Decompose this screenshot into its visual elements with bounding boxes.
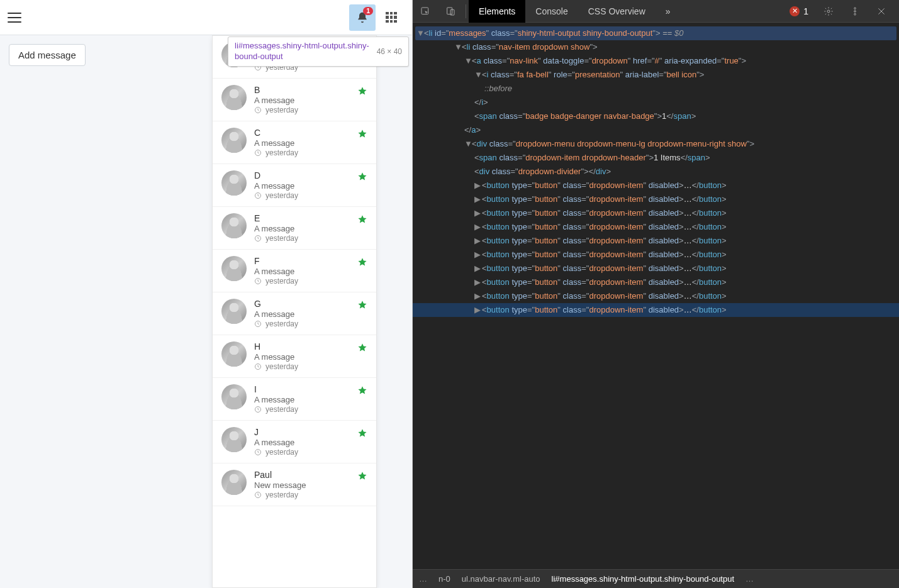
dom-node[interactable]: <span class="badge badge-danger navbar-b…: [413, 109, 899, 123]
crumb-n0[interactable]: n-0: [438, 574, 450, 584]
dom-node[interactable]: ▶<button type="button" class="dropdown-i…: [413, 289, 899, 303]
avatar: [221, 85, 247, 110]
dom-node[interactable]: ▼<li class="nav-item dropdown show">: [413, 40, 899, 54]
messages-dropdown[interactable]: AA messageyesterdayBA messageyesterdayCA…: [212, 35, 377, 588]
message-item[interactable]: BA messageyesterday: [213, 79, 376, 121]
hamburger-icon[interactable]: [8, 13, 21, 23]
message-info: BA messageyesterday: [254, 85, 357, 114]
clock-icon: [254, 363, 262, 370]
tooltip-selector: li#messages.shiny-html-output.shiny-boun…: [235, 41, 372, 62]
message-item[interactable]: GA messageyesterday: [213, 292, 376, 335]
message-info: DA messageyesterday: [254, 170, 357, 200]
dom-node[interactable]: ▶<button type="button" class="dropdown-i…: [413, 234, 899, 248]
message-item[interactable]: DA messageyesterday: [213, 164, 376, 207]
avatar: [221, 128, 247, 153]
star-button[interactable]: [357, 343, 367, 353]
settings-icon[interactable]: [816, 0, 841, 23]
message-info: JA messageyesterday: [254, 427, 357, 457]
star-icon: [357, 300, 367, 310]
message-item[interactable]: PaulNew messageyesterday: [213, 463, 376, 506]
message-time: yesterday: [254, 277, 357, 286]
kebab-icon[interactable]: [842, 0, 868, 23]
dom-node[interactable]: ▶<button type="button" class="dropdown-i…: [413, 303, 899, 317]
navbar-right: 1: [349, 4, 405, 31]
star-button[interactable]: [357, 471, 367, 481]
star-button[interactable]: [357, 172, 367, 182]
star-button[interactable]: [357, 300, 367, 310]
message-text: A message: [254, 438, 357, 447]
message-item[interactable]: JA messageyesterday: [213, 421, 376, 463]
error-badge-icon[interactable]: ✕: [790, 6, 800, 16]
tab-console[interactable]: Console: [525, 0, 578, 23]
tab-css-overview[interactable]: CSS Overview: [578, 0, 656, 23]
star-button[interactable]: [357, 257, 367, 267]
message-text: A message: [254, 267, 357, 276]
star-button[interactable]: [357, 129, 367, 139]
dom-node[interactable]: ::before: [413, 82, 899, 96]
dom-node[interactable]: ▼<a class="nav-link" data-toggle="dropdo…: [413, 54, 899, 68]
notification-badge: 1: [363, 7, 373, 15]
crumb-li-messages[interactable]: li#messages.shiny-html-output.shiny-boun…: [552, 574, 735, 584]
dom-node[interactable]: ▶<button type="button" class="dropdown-i…: [413, 179, 899, 192]
add-message-button[interactable]: Add message: [9, 44, 86, 66]
svg-rect-12: [447, 8, 452, 14]
notifications-button[interactable]: 1: [349, 4, 376, 31]
dom-node[interactable]: ▶<button type="button" class="dropdown-i…: [413, 248, 899, 262]
message-item[interactable]: IA messageyesterday: [213, 378, 376, 421]
star-button[interactable]: [357, 86, 367, 96]
message-text: A message: [254, 352, 357, 362]
message-text: A message: [254, 181, 357, 191]
dom-node[interactable]: ▶<button type="button" class="dropdown-i…: [413, 206, 899, 220]
message-sender: Paul: [254, 470, 357, 480]
dom-node[interactable]: <span class="dropdown-item dropdown-head…: [413, 151, 899, 165]
clock-icon: [254, 149, 262, 157]
tab-more[interactable]: »: [656, 0, 681, 23]
devtools-toolbar: Elements Console CSS Overview » ✕ 1: [413, 0, 899, 23]
tooltip-dimensions: 46 × 40: [372, 47, 402, 56]
device-toggle-icon[interactable]: [438, 0, 463, 23]
message-sender: B: [254, 85, 357, 95]
crumb-overflow: …: [745, 574, 754, 584]
separator: [466, 4, 466, 18]
dom-node[interactable]: ▶<button type="button" class="dropdown-i…: [413, 192, 899, 206]
message-time: yesterday: [254, 106, 357, 114]
message-time: yesterday: [254, 191, 357, 200]
avatar: [221, 256, 247, 281]
dom-node[interactable]: </i>: [413, 96, 899, 109]
message-info: PaulNew messageyesterday: [254, 470, 357, 499]
message-time: yesterday: [254, 405, 357, 414]
dom-node[interactable]: </a>: [413, 123, 899, 137]
crumb-ul[interactable]: ul.navbar-nav.ml-auto: [462, 574, 540, 584]
dom-node[interactable]: ▼<div class="dropdown-menu dropdown-menu…: [413, 137, 899, 151]
avatar: [221, 427, 247, 452]
dom-node[interactable]: ▼<li id="messages" class="shiny-html-out…: [415, 26, 896, 40]
dom-node[interactable]: <div class="dropdown-divider"></div>: [413, 165, 899, 179]
star-icon: [357, 172, 367, 182]
star-button[interactable]: [357, 386, 367, 396]
message-item[interactable]: EA messageyesterday: [213, 207, 376, 250]
dom-node[interactable]: ▼<i class="fa fa-bell" role="presentatio…: [413, 68, 899, 82]
dom-node[interactable]: ▶<button type="button" class="dropdown-i…: [413, 220, 899, 234]
crumb-ellipsis[interactable]: …: [419, 574, 427, 584]
avatar: [221, 470, 247, 495]
close-icon[interactable]: [869, 0, 894, 23]
star-icon: [357, 86, 367, 96]
app-pane: 1 Add message li#messages.shiny-html-out…: [0, 0, 413, 588]
message-text: New message: [254, 480, 357, 490]
svg-rect-11: [422, 8, 428, 14]
dom-node[interactable]: ▶<button type="button" class="dropdown-i…: [413, 262, 899, 275]
message-sender: I: [254, 384, 357, 394]
apps-grid-icon: [386, 12, 397, 23]
dom-tree[interactable]: ▼<li id="messages" class="shiny-html-out…: [413, 23, 899, 569]
devtools-right: ✕ 1: [790, 0, 899, 23]
tab-elements[interactable]: Elements: [469, 0, 525, 23]
inspect-element-icon[interactable]: [413, 0, 438, 23]
message-item[interactable]: FA messageyesterday: [213, 250, 376, 292]
dom-node[interactable]: ▶<button type="button" class="dropdown-i…: [413, 275, 899, 289]
star-button[interactable]: [357, 214, 367, 225]
clock-icon: [254, 235, 262, 242]
message-item[interactable]: HA messageyesterday: [213, 335, 376, 378]
star-button[interactable]: [357, 428, 367, 438]
message-item[interactable]: CA messageyesterday: [213, 121, 376, 164]
apps-button[interactable]: [378, 4, 405, 31]
